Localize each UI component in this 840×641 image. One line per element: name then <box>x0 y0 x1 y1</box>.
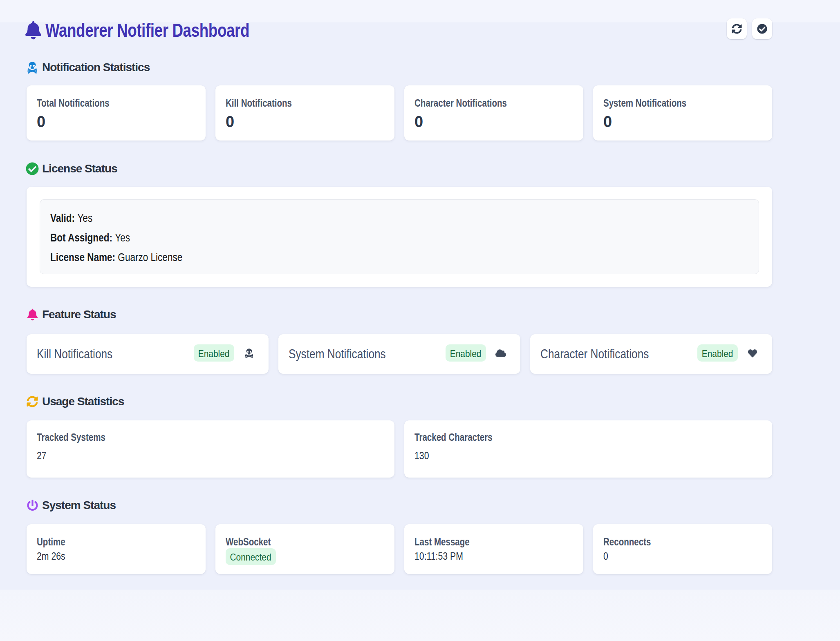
license-row-label: License Name: <box>50 251 115 264</box>
feature-card-system-notifications: System Notifications Enabled <box>278 334 520 374</box>
section-title: Usage Statistics <box>42 396 124 407</box>
sync-icon <box>27 395 38 408</box>
usage-value: 27 <box>37 449 332 462</box>
usage-label: Tracked Systems <box>37 431 311 444</box>
stat-label: Character Notifications <box>414 97 540 109</box>
skull-crossbones-icon <box>27 61 38 74</box>
check-button[interactable] <box>752 18 772 39</box>
section-usage-statistics: Usage Statistics Tracked Systems 27 Trac… <box>27 395 772 478</box>
feature-card-character-notifications: Character Notifications Enabled <box>530 334 772 374</box>
badge-text: Connected <box>230 552 271 562</box>
skull-crossbones-icon <box>243 348 255 359</box>
feature-label: Kill Notifications <box>37 346 166 362</box>
feature-label: Character Notifications <box>540 346 669 362</box>
page-title: Wanderer Notifier Dashboard <box>45 21 249 40</box>
header: Wanderer Notifier Dashboard <box>27 19 772 40</box>
system-value: 2m 26s <box>37 550 172 562</box>
section-title: Notification Statistics <box>42 62 150 73</box>
section-title: Feature Status <box>42 309 116 320</box>
system-label: WebSocket <box>226 536 351 548</box>
sync-icon <box>732 24 742 34</box>
stat-label: Total Notifications <box>37 97 162 109</box>
feature-label: System Notifications <box>289 346 417 362</box>
badge-text: Enabled <box>450 349 482 359</box>
usage-card-tracked-systems: Tracked Systems 27 <box>27 420 394 478</box>
license-row-license-name: License Name: Guarzo License <box>50 252 612 263</box>
license-row-label: Bot Assigned: <box>50 231 112 244</box>
stat-value: 0 <box>226 114 384 131</box>
status-badge: Enabled <box>446 344 486 362</box>
badge-text: Enabled <box>702 349 733 359</box>
badge-text: Enabled <box>198 349 230 359</box>
stat-label: System Notifications <box>603 97 729 109</box>
system-value: 10:11:53 PM <box>414 550 549 562</box>
section-system-status: System Status Uptime 2m 26s WebSocket Co… <box>27 499 772 574</box>
section-feature-status: Feature Status Kill Notifications Enable… <box>27 308 772 374</box>
system-card-uptime: Uptime 2m 26s <box>27 524 206 574</box>
usage-value: 130 <box>414 449 710 462</box>
usage-card-tracked-characters: Tracked Characters 130 <box>404 420 772 478</box>
license-row-valid: Valid: Yes <box>50 212 612 224</box>
check-circle-icon <box>757 24 767 34</box>
license-row-bot-assigned: Bot Assigned: Yes <box>50 232 612 243</box>
check-circle-icon <box>27 163 38 175</box>
system-value: 0 <box>603 550 738 562</box>
license-row-value: Yes <box>115 231 130 244</box>
section-title: System Status <box>42 500 116 511</box>
stat-card-character-notifications: Character Notifications 0 <box>404 85 583 141</box>
license-details: Valid: Yes Bot Assigned: Yes License Nam… <box>40 199 759 274</box>
stat-card-total-notifications: Total Notifications 0 <box>27 85 206 141</box>
license-row-value: Yes <box>77 212 92 224</box>
bell-icon <box>27 308 38 321</box>
license-card: Valid: Yes Bot Assigned: Yes License Nam… <box>27 187 772 287</box>
heart-icon <box>747 348 758 359</box>
section-license-status: License Status Valid: Yes Bot Assigned: … <box>27 163 772 287</box>
stat-card-system-notifications: System Notifications 0 <box>593 85 772 141</box>
stat-card-kill-notifications: Kill Notifications 0 <box>215 85 394 141</box>
power-icon <box>27 499 38 511</box>
stat-value: 0 <box>37 114 195 131</box>
stat-label: Kill Notifications <box>226 97 351 109</box>
system-card-websocket: WebSocket Connected <box>215 524 394 574</box>
system-card-reconnects: Reconnects 0 <box>593 524 772 574</box>
license-row-value: Guarzo License <box>118 251 182 264</box>
system-card-last-message: Last Message 10:11:53 PM <box>404 524 583 574</box>
system-label: Uptime <box>37 536 162 548</box>
websocket-status-badge: Connected <box>226 548 276 565</box>
stat-value: 0 <box>603 114 762 131</box>
status-badge: Enabled <box>194 344 234 362</box>
status-badge: Enabled <box>697 344 738 362</box>
section-title: License Status <box>42 163 117 174</box>
license-row-label: Valid: <box>50 212 75 224</box>
refresh-button[interactable] <box>727 18 747 39</box>
cloud-icon <box>495 348 506 359</box>
bell-icon <box>25 21 41 40</box>
feature-card-kill-notifications: Kill Notifications Enabled <box>27 334 269 374</box>
stat-value: 0 <box>414 114 573 131</box>
header-buttons <box>727 18 772 39</box>
section-notification-statistics: Notification Statistics Total Notificati… <box>27 61 772 141</box>
dashboard: Wanderer Notifier Dashboard Notification… <box>27 19 772 574</box>
usage-label: Tracked Characters <box>414 431 689 444</box>
system-label: Last Message <box>414 536 540 548</box>
system-label: Reconnects <box>603 536 729 548</box>
